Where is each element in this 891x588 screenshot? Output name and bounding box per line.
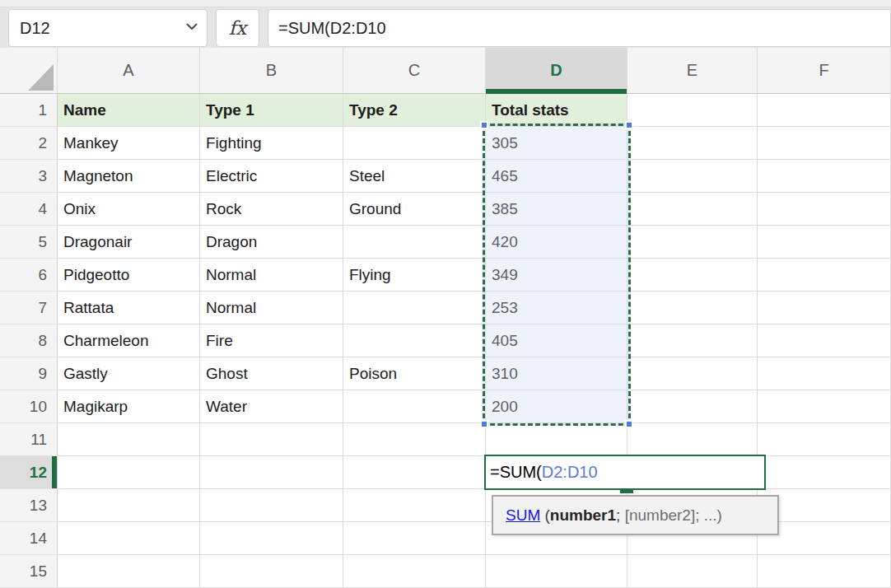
cell-C15[interactable] [343,555,486,588]
cell-B12[interactable] [200,456,343,489]
cell-C9[interactable]: Poison [343,357,486,390]
cell-C4[interactable]: Ground [343,193,486,226]
cell-A6[interactable]: Pidgeotto [58,259,200,292]
column-header-B[interactable]: B [200,48,343,94]
row-header-1[interactable]: 1 [0,94,58,127]
column-header-E[interactable]: E [627,48,758,94]
cell-A9[interactable]: Gastly [58,357,200,390]
cell-E2[interactable] [627,127,758,160]
cell-E11[interactable] [627,423,758,456]
row-header-14[interactable]: 14 [0,522,58,555]
cell-C3[interactable]: Steel [343,160,486,193]
cell-F4[interactable] [758,193,891,226]
range-handle-bottom-left[interactable] [480,420,488,428]
cell-B2[interactable]: Fighting [200,127,343,160]
row-header-7[interactable]: 7 [0,292,58,324]
cell-E10[interactable] [627,390,758,423]
cell-B11[interactable] [200,423,343,456]
cell-A13[interactable] [58,489,200,522]
cell-C10[interactable] [343,390,486,423]
cell-B7[interactable]: Normal [200,292,343,324]
cell-F15[interactable] [758,555,891,588]
cell-B6[interactable]: Normal [200,259,343,292]
row-header-11[interactable]: 11 [0,423,58,456]
cell-E3[interactable] [627,160,758,193]
cell-C7[interactable] [343,292,486,324]
cell-E7[interactable] [627,292,758,324]
cell-C5[interactable] [343,226,486,259]
row-header-3[interactable]: 3 [0,160,58,193]
cell-B9[interactable]: Ghost [200,357,343,390]
cell-F12[interactable] [758,456,891,489]
cell-C1[interactable]: Type 2 [343,94,486,127]
cell-E6[interactable] [627,259,758,292]
cell-E8[interactable] [627,324,758,357]
cell-B3[interactable]: Electric [200,160,343,193]
cell-D7[interactable]: 253 [486,292,627,324]
range-handle-top-left[interactable] [480,121,488,129]
cell-A3[interactable]: Magneton [58,160,200,193]
cell-F8[interactable] [758,324,891,357]
cell-A1[interactable]: Name [58,94,200,127]
range-handle-top-right[interactable] [625,121,633,129]
fill-handle[interactable] [620,488,633,493]
column-header-A[interactable]: A [58,48,200,94]
cell-A2[interactable]: Mankey [58,127,200,160]
cell-A14[interactable] [58,522,200,555]
cell-B8[interactable]: Fire [200,324,343,357]
cell-F5[interactable] [758,226,891,259]
cell-C13[interactable] [343,489,486,522]
cell-C12[interactable] [343,456,486,489]
column-header-D[interactable]: D [486,48,627,94]
cell-editor-d12[interactable]: =SUM(D2:D10 [484,455,766,490]
cell-A7[interactable]: Rattata [58,292,200,324]
cell-A15[interactable] [58,555,200,588]
row-header-9[interactable]: 9 [0,357,58,390]
cell-F3[interactable] [758,160,891,193]
select-all-button[interactable] [0,48,58,94]
row-header-6[interactable]: 6 [0,259,58,292]
cell-E15[interactable] [627,555,758,588]
cell-F10[interactable] [758,390,891,423]
cell-B4[interactable]: Rock [200,193,343,226]
cell-D15[interactable] [486,555,627,588]
cell-B5[interactable]: Dragon [200,226,343,259]
row-header-15[interactable]: 15 [0,555,58,588]
formula-bar[interactable] [268,9,891,47]
row-header-2[interactable]: 2 [0,127,58,160]
cell-B13[interactable] [200,489,343,522]
cell-B15[interactable] [200,555,343,588]
cell-F1[interactable] [758,94,891,127]
column-header-C[interactable]: C [343,48,486,94]
cell-B10[interactable]: Water [200,390,343,423]
cell-A5[interactable]: Dragonair [58,226,200,259]
cell-A10[interactable]: Magikarp [58,390,200,423]
name-box[interactable] [8,9,208,47]
cell-D5[interactable]: 420 [486,226,627,259]
row-header-10[interactable]: 10 [0,390,58,423]
cell-D6[interactable]: 349 [486,259,627,292]
cell-A4[interactable]: Onix [58,193,200,226]
cell-C14[interactable] [343,522,486,555]
cell-F2[interactable] [758,127,891,160]
range-handle-bottom-right[interactable] [625,420,633,428]
cell-D2[interactable]: 305 [486,127,627,160]
cell-F6[interactable] [758,259,891,292]
cell-C2[interactable] [343,127,486,160]
cell-C6[interactable]: Flying [343,259,486,292]
cell-E4[interactable] [627,193,758,226]
name-box-input[interactable] [9,19,176,38]
row-header-13[interactable]: 13 [0,489,58,522]
cell-D8[interactable]: 405 [486,324,627,357]
cell-B14[interactable] [200,522,343,555]
cell-C11[interactable] [343,423,486,456]
cell-E1[interactable] [627,94,758,127]
cell-D1[interactable]: Total stats [486,94,627,127]
row-header-8[interactable]: 8 [0,324,58,357]
cell-F11[interactable] [758,423,891,456]
row-header-12[interactable]: 12 [0,456,58,489]
cell-D4[interactable]: 385 [486,193,627,226]
cell-A11[interactable] [58,423,200,456]
cell-A12[interactable] [58,456,200,489]
cell-A8[interactable]: Charmeleon [58,324,200,357]
